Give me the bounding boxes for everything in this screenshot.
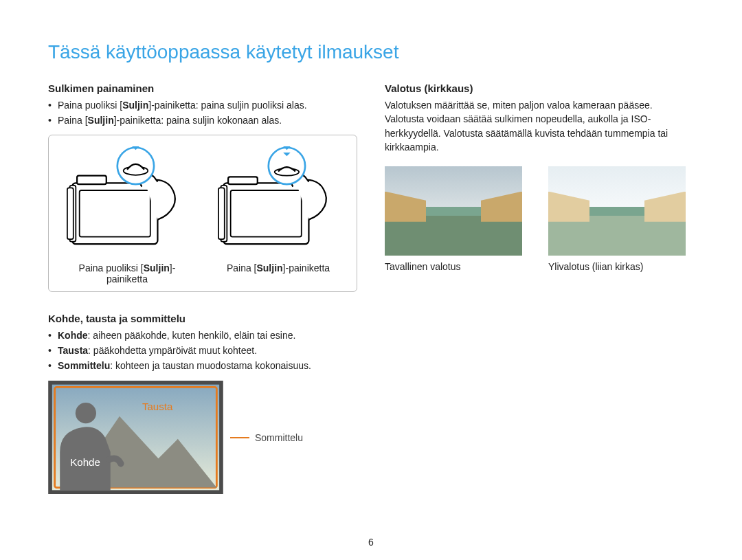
exposure-photo-row: Tavallinen valotus Ylivalotus (liian kir…	[385, 166, 694, 272]
text: : pääkohdetta ympäröivät muut kohteet.	[88, 345, 257, 356]
text-bold: Suljin	[256, 262, 282, 273]
svg-rect-9	[231, 190, 302, 237]
exposure-normal-caption: Tavallinen valotus	[385, 261, 530, 272]
camera-full-press-icon	[216, 146, 340, 256]
shutter-bullet-list: Paina puoliksi [Suljin]-painiketta: pain…	[48, 98, 357, 128]
text-bold: Suljin	[122, 100, 148, 111]
shutter-illustration-frame: Paina puoliksi [Suljin]-painiketta	[48, 135, 357, 292]
text: Paina puoliksi [	[58, 100, 122, 111]
svg-rect-2	[77, 175, 106, 183]
text: Paina puoliksi [	[79, 262, 144, 273]
composition-item-background: Tausta: pääkohdetta ympäröivät muut koht…	[48, 344, 357, 357]
text: ]-painiketta: paina suljin kokonaan alas…	[114, 115, 282, 126]
composition-illustration-row: Tausta Kohde Sommittelu	[48, 381, 357, 494]
leader-line	[230, 437, 249, 438]
text: : kohteen ja taustan muodostama kokonais…	[110, 360, 311, 371]
svg-rect-10	[228, 177, 258, 184]
composition-illustration: Tausta Kohde	[48, 381, 223, 494]
composition-item-subject: Kohde: aiheen pääkohde, kuten henkilö, e…	[48, 328, 357, 342]
composition-heading: Kohde, tausta ja sommittelu	[48, 313, 357, 324]
composition-leader: Sommittelu	[230, 432, 303, 443]
label-kohde: Kohde	[70, 457, 100, 469]
shutter-item-full: Paina [Suljin]-painiketta: paina suljin …	[48, 113, 357, 127]
page-title: Tässä käyttöoppaassa käytetyt ilmaukset	[48, 41, 694, 63]
composition-bullet-list: Kohde: aiheen pääkohde, kuten henkilö, e…	[48, 328, 357, 373]
text: : aiheen pääkohde, kuten henkilö, eläin …	[88, 330, 296, 341]
svg-point-20	[76, 403, 96, 424]
exposure-normal-block: Tavallinen valotus	[385, 166, 530, 272]
shutter-full-caption: Paina [Suljin]-painiketta	[210, 262, 347, 273]
column-right: Valotus (kirkkaus) Valotuksen määrittää …	[385, 82, 694, 494]
exposure-normal-photo	[385, 166, 522, 256]
page-number: 6	[368, 537, 374, 548]
svg-rect-1	[80, 190, 150, 237]
exposure-over-photo	[548, 166, 686, 256]
text: ]-painiketta: paina suljin puoliksi alas…	[148, 100, 306, 111]
content-columns: Sulkimen painaminen Paina puoliksi [Sulj…	[48, 82, 694, 494]
svg-rect-12	[218, 188, 225, 239]
text-bold: Kohde	[58, 330, 88, 341]
composition-item-composition: Sommittelu: kohteen ja taustan muodostam…	[48, 359, 357, 372]
text-bold: Suljin	[88, 115, 114, 126]
shutter-half-press-illustration: Paina puoliksi [Suljin]-painiketta	[58, 146, 196, 284]
label-tausta: Tausta	[142, 401, 173, 413]
label-sommittelu: Sommittelu	[255, 432, 303, 443]
text-bold: Sommittelu	[58, 360, 110, 371]
column-left: Sulkimen painaminen Paina puoliksi [Sulj…	[48, 82, 357, 494]
shutter-heading: Sulkimen painaminen	[48, 82, 357, 94]
camera-half-press-icon	[65, 146, 189, 256]
exposure-over-block: Ylivalotus (liian kirkas)	[548, 166, 694, 272]
text: Paina [	[58, 115, 88, 126]
text-bold: Suljin	[144, 262, 170, 273]
shutter-half-caption: Paina puoliksi [Suljin]-painiketta	[58, 262, 196, 284]
exposure-paragraph: Valotuksen määrittää se, miten paljon va…	[385, 98, 694, 154]
exposure-over-caption: Ylivalotus (liian kirkas)	[548, 261, 694, 272]
shutter-item-half: Paina puoliksi [Suljin]-painiketta: pain…	[48, 98, 357, 112]
shutter-full-press-illustration: Paina [Suljin]-painiketta	[210, 146, 347, 284]
text-bold: Tausta	[58, 345, 88, 356]
svg-rect-4	[67, 188, 74, 239]
text: Paina [	[227, 262, 257, 273]
exposure-heading: Valotus (kirkkaus)	[385, 82, 694, 94]
text: ]-painiketta	[283, 262, 330, 273]
